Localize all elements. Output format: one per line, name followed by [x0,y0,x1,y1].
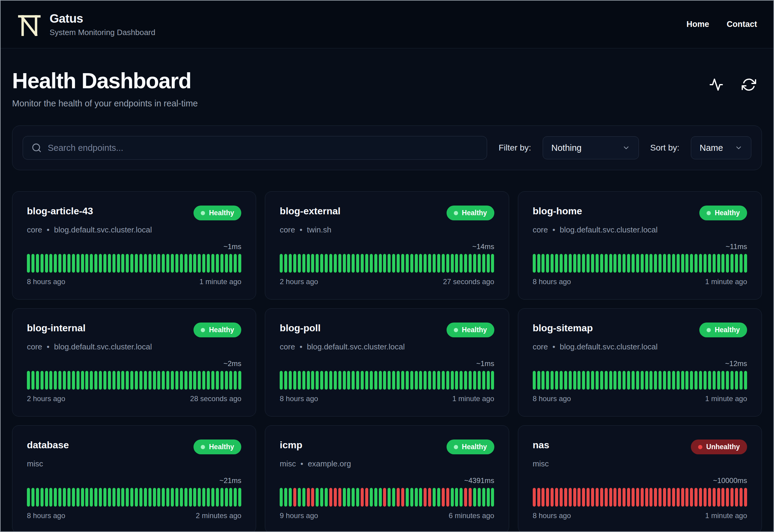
uptime-bar [338,488,341,507]
status-badge: Healthy [447,206,494,220]
uptime-bar [668,371,671,390]
uptime-bar [280,371,283,390]
title-actions [709,77,756,92]
refresh-icon[interactable] [741,77,756,92]
uptime-bar [229,371,232,390]
uptime-bar [654,488,657,507]
uptime-bar [207,371,210,390]
endpoint-card[interactable]: database Healthy misc ~21ms 8 hours ago … [12,425,256,532]
uptime-bar [361,488,364,507]
endpoint-card[interactable]: blog-internal Healthy core • blog.defaul… [12,308,256,417]
times-row: 8 hours ago 1 minute ago [533,511,747,520]
endpoint-meta: core • blog.default.svc.cluster.local [27,225,241,235]
uptime-bar [298,254,301,273]
uptime-bar [198,488,201,507]
status-badge: Healthy [193,323,241,337]
uptime-bar [374,254,377,273]
uptime-bar [587,254,590,273]
uptime-bar [551,488,554,507]
uptime-bar [641,254,644,273]
uptime-bar [740,488,743,507]
filter-select[interactable]: Nothing [543,136,639,159]
status-badge: Healthy [699,323,747,337]
uptime-bar [649,254,652,273]
uptime-bars [27,488,241,507]
endpoint-group: core [533,342,548,352]
endpoint-group: core [533,225,548,235]
activity-icon[interactable] [709,77,724,92]
status-label: Healthy [462,326,487,334]
uptime-bar [690,254,693,273]
latency-value: ~10000ms [533,476,747,485]
uptime-bar [27,488,30,507]
uptime-bar [596,371,599,390]
uptime-bar [383,254,386,273]
nav-link-home[interactable]: Home [686,20,709,29]
search-input[interactable] [48,143,478,153]
endpoint-card[interactable]: blog-article-43 Healthy core • blog.defa… [12,191,256,300]
app-header: Gatus System Monitoring Dashboard Home C… [1,1,773,48]
uptime-bar [478,254,481,273]
uptime-bar [533,254,536,273]
endpoint-host: twin.sh [307,225,331,235]
uptime-bar [433,371,436,390]
uptime-bar [388,371,391,390]
sort-label: Sort by: [650,143,679,153]
uptime-bar [166,254,169,273]
uptime-bar [148,254,151,273]
uptime-bar [352,488,355,507]
uptime-bar [153,371,156,390]
endpoint-meta: misc [27,459,241,469]
uptime-bar [677,254,680,273]
uptime-bar [343,254,346,273]
endpoint-card[interactable]: icmp Healthy misc • example.org ~4391ms … [265,425,509,532]
card-head: blog-article-43 Healthy [27,206,241,220]
endpoint-meta: misc [533,459,747,469]
uptime-bar [180,488,183,507]
uptime-bar [117,371,120,390]
uptime-bar [487,371,490,390]
uptime-bar [613,254,616,273]
uptime-bar [36,254,39,273]
uptime-bar [162,371,165,390]
uptime-bar [623,488,626,507]
uptime-bar [284,371,287,390]
uptime-bar [76,371,80,390]
uptime-bar [663,254,666,273]
uptime-bar [180,371,183,390]
endpoint-name: blog-home [533,206,582,217]
uptime-bar [704,371,707,390]
endpoint-card[interactable]: blog-home Healthy core • blog.default.sv… [518,191,762,300]
time-newest: 28 seconds ago [190,394,241,403]
uptime-bar [356,488,359,507]
uptime-bar [649,371,652,390]
uptime-bar [744,254,747,273]
uptime-bar [446,254,449,273]
uptime-bar [153,254,156,273]
uptime-bar [699,254,702,273]
uptime-bar [473,254,476,273]
uptime-bar [627,371,630,390]
uptime-bar [569,371,572,390]
nav-link-contact[interactable]: Contact [727,20,757,29]
uptime-bar [605,488,608,507]
endpoint-card[interactable]: blog-sitemap Healthy core • blog.default… [518,308,762,417]
uptime-bars [533,254,747,273]
uptime-bar [482,254,485,273]
uptime-bar [311,488,314,507]
uptime-bar [546,254,549,273]
endpoint-card[interactable]: blog-poll Healthy core • blog.default.sv… [265,308,509,417]
uptime-bar [740,371,743,390]
uptime-bar [347,488,350,507]
uptime-bar [437,371,440,390]
endpoint-meta: core • blog.default.svc.cluster.local [27,342,241,352]
endpoint-card[interactable]: nas Unhealthy misc ~10000ms 8 hours ago … [518,425,762,532]
endpoint-card[interactable]: blog-external Healthy core • twin.sh ~14… [265,191,509,300]
uptime-bar [289,371,292,390]
uptime-bar [654,371,657,390]
sort-select[interactable]: Name [691,136,751,159]
uptime-bar [609,371,612,390]
times-row: 8 hours ago 1 minute ago [533,277,747,286]
uptime-bar [211,371,214,390]
uptime-bar [717,254,720,273]
